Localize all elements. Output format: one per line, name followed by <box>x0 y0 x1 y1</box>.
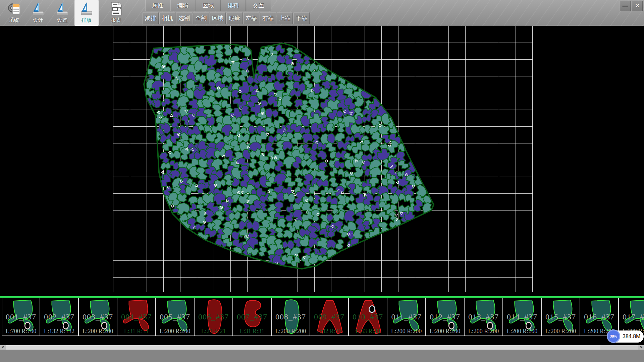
scrollbar-thumb[interactable] <box>6 345 600 350</box>
thumbnail-cells: 001_#37 L:700 R:700 002_#37 L:132 R:132 … <box>2 298 644 336</box>
scroll-right-button[interactable]: > <box>638 345 644 350</box>
thumbnail-cell-007_#37[interactable]: 007_#37 L:31 R:31 <box>233 298 272 336</box>
piece-hole <box>102 322 107 329</box>
memory-percent-circle: 38% <box>607 329 620 343</box>
tool-button-row: 聚排相机选割全割区域瑕疵左靠右靠上靠下靠 <box>143 12 310 24</box>
menu-tab-属性[interactable]: 属性 <box>145 0 170 11</box>
tool-button-上靠[interactable]: 上靠 <box>277 12 293 24</box>
thumbnail-cell-009_#37[interactable]: 009_#37 L:32 R:31 <box>310 298 349 336</box>
tool-button-聚排[interactable]: 聚排 <box>143 12 159 24</box>
piece-hole <box>449 322 454 329</box>
piece-hole <box>487 322 492 329</box>
close-button[interactable]: ✕ <box>632 1 643 11</box>
thumbnail-cell-001_#37[interactable]: 001_#37 L:700 R:700 <box>2 298 40 336</box>
settings-ruler-icon <box>55 1 70 16</box>
piece-hole <box>369 306 375 312</box>
piece-thumbnail-icon <box>159 299 191 335</box>
thumbnail-cell-002_#37[interactable]: 002_#37 L:132 R:132 <box>40 298 79 336</box>
thumbnail-cell-013_#37[interactable]: 013_#37 L:200 R:200 <box>465 298 503 336</box>
thumbnail-cell-010_#37[interactable]: 010_#37 L:33 R:33 <box>349 298 387 336</box>
menu-tab-交互[interactable]: 交互 <box>246 0 271 11</box>
memory-badge[interactable]: 38% 384.8M <box>608 330 644 343</box>
main-button-label: 排版 <box>82 17 92 23</box>
main-button-label: 报表 <box>111 17 121 23</box>
piece-thumbnail-icon <box>506 299 538 335</box>
tool-button-相机[interactable]: 相机 <box>159 12 175 24</box>
main-button-group: 系统 设计 设置 排版 报表 <box>2 0 128 26</box>
piece-thumbnail-icon <box>5 299 37 335</box>
tool-button-右靠[interactable]: 右靠 <box>260 12 276 24</box>
system-gear-icon <box>6 1 22 16</box>
main-button-报表[interactable]: 报表 <box>104 0 128 26</box>
thumbnail-cell-006_#37[interactable]: 006_#37 L:21 R:21 <box>195 298 233 336</box>
thumbnail-cell-005_#37[interactable]: 005_#37 L:200 R:200 <box>156 298 195 336</box>
thumbnail-cell-011_#37[interactable]: 011_#37 L:200 R:200 <box>387 298 426 336</box>
main-button-label: 设计 <box>33 17 43 23</box>
piece-thumbnail-icon <box>198 299 230 335</box>
piece-hole <box>526 322 531 329</box>
status-bar <box>0 350 644 362</box>
thumbnail-cell-012_#37[interactable]: 012_#37 L:200 R:200 <box>426 298 465 336</box>
piece-thumbnail-icon <box>545 299 577 335</box>
main-button-系统[interactable]: 系统 <box>2 0 26 26</box>
piece-thumbnail-icon <box>352 299 384 335</box>
menu-tab-排料[interactable]: 排料 <box>221 0 246 11</box>
main-button-排版[interactable]: 排版 <box>74 0 99 26</box>
tool-button-左靠[interactable]: 左靠 <box>243 12 259 24</box>
piece-thumbnail-icon <box>236 299 268 335</box>
piece-thumbnail-icon <box>313 299 345 335</box>
strip-accent-line <box>0 296 644 298</box>
main-button-label: 系统 <box>9 17 19 23</box>
piece-thumbnail-icon <box>468 299 500 335</box>
main-button-label: 设置 <box>57 17 67 23</box>
scroll-left-button[interactable]: < <box>0 345 6 350</box>
design-ruler-icon <box>31 1 46 16</box>
piece-thumbnail-icon <box>390 299 423 335</box>
tool-button-全割[interactable]: 全割 <box>193 12 209 24</box>
menu-tab-row: 属性编辑区域排料交互 <box>145 0 271 11</box>
piece-thumbnail-icon <box>82 299 114 335</box>
piece-hole <box>63 322 68 329</box>
thumbnail-cell-004_#37[interactable]: 004_#37 L:31 R:31 <box>117 298 156 336</box>
piece-thumbnail-icon <box>120 299 153 335</box>
main-button-设计[interactable]: 设计 <box>26 0 50 26</box>
window-controls: — ✕ <box>620 1 643 11</box>
nesting-canvas[interactable] <box>0 26 644 296</box>
nesting-ruler-icon <box>79 1 94 16</box>
minimize-button[interactable]: — <box>620 1 631 11</box>
thumbnail-cell-003_#37[interactable]: 003_#37 L:200 R:200 <box>79 298 117 336</box>
report-doc-icon <box>108 1 124 16</box>
thumbnail-strip: 001_#37 L:700 R:700 002_#37 L:132 R:132 … <box>0 296 644 345</box>
piece-thumbnail-icon <box>622 299 644 335</box>
tool-button-区域[interactable]: 区域 <box>210 12 226 24</box>
memory-value: 384.8M <box>623 334 640 340</box>
thumbnail-cell-008_#37[interactable]: 008_#37 L:200 R:200 <box>272 298 310 336</box>
menu-tab-区域[interactable]: 区域 <box>196 0 221 11</box>
piece-thumbnail-icon <box>43 299 75 335</box>
horizontal-scrollbar[interactable]: < > <box>0 345 644 350</box>
thumbnail-cell-014_#37[interactable]: 014_#37 L:200 R:200 <box>503 298 542 336</box>
thumbnail-cell-015_#37[interactable]: 015_#37 L:200 R:200 <box>542 298 580 336</box>
top-toolbar: 系统 设计 设置 排版 报表 属性编辑 <box>0 0 644 26</box>
piece-thumbnail-icon <box>429 299 461 335</box>
tool-button-下靠[interactable]: 下靠 <box>293 12 310 24</box>
piece-thumbnail-icon <box>275 299 307 335</box>
piece-hole <box>25 322 30 329</box>
main-button-设置[interactable]: 设置 <box>50 0 74 26</box>
tool-button-瑕疵[interactable]: 瑕疵 <box>226 12 243 24</box>
menu-tab-编辑[interactable]: 编辑 <box>170 0 196 11</box>
tool-button-选割[interactable]: 选割 <box>176 12 192 24</box>
